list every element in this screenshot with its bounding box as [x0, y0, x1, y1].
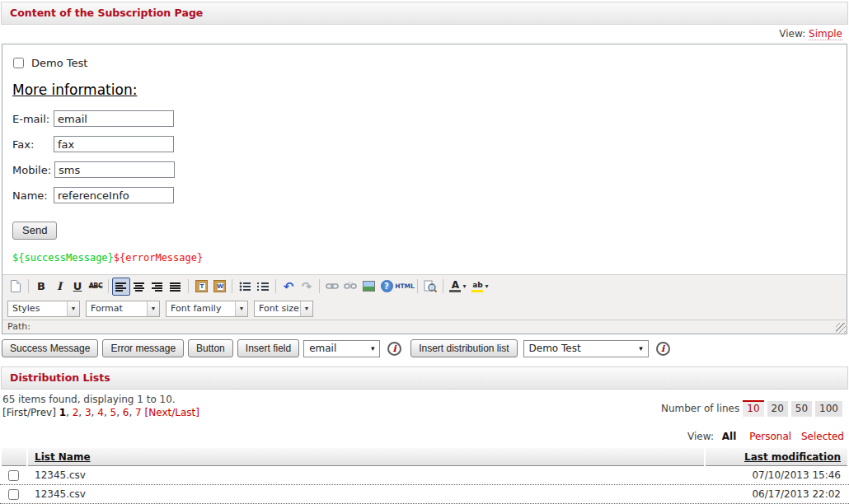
button-button[interactable]: Button	[188, 339, 233, 357]
format-select[interactable]: Format ▾	[86, 301, 160, 317]
fax-field-label: Fax:	[12, 138, 50, 151]
editor-toolbar: B I U ABC T W ↶ ↷	[2, 274, 847, 297]
align-center-button[interactable]	[130, 278, 148, 296]
toolbar-separator	[28, 279, 29, 293]
list-name-cell: 12345.csv	[26, 469, 707, 481]
chevron-down-icon: ▾	[366, 344, 379, 352]
font-color-button[interactable]: A ▾	[447, 278, 469, 296]
link-icon	[326, 282, 339, 290]
highlight-color-dropdown-arrow[interactable]: ▾	[485, 282, 488, 290]
bullet-list-button[interactable]	[236, 278, 254, 296]
number-of-lines-control: Number of lines 10 20 50 100	[661, 400, 842, 417]
subscription-page-editor: Demo Test More information: E-mail: Fax:…	[2, 44, 847, 334]
page-link-7[interactable]: 7	[135, 407, 142, 418]
list-info-icon[interactable]: i	[656, 342, 670, 356]
lines-option-20[interactable]: 20	[767, 401, 788, 417]
underline-button[interactable]: U	[68, 278, 87, 296]
last-modification-cell: 06/17/2013 22:02	[707, 488, 849, 500]
toolbar-separator	[275, 279, 276, 293]
view-personal-link[interactable]: Personal	[749, 431, 791, 442]
sort-by-name[interactable]: List Name	[35, 451, 91, 463]
toolbar-separator	[417, 279, 418, 293]
unlink-icon	[344, 282, 357, 291]
highlight-color-button[interactable]: ab ▾	[469, 278, 491, 296]
align-right-button[interactable]	[148, 278, 167, 296]
lines-option-10[interactable]: 10	[743, 400, 763, 417]
toolbar-separator	[108, 279, 109, 293]
view-all-selected[interactable]: All	[722, 431, 737, 442]
italic-button[interactable]: I	[50, 278, 68, 296]
image-icon	[363, 281, 375, 292]
demo-test-checkbox[interactable]	[13, 58, 24, 68]
edit-html-button[interactable]: HTML	[396, 278, 414, 296]
redo-button[interactable]: ↷	[298, 278, 316, 296]
remove-link-button[interactable]	[341, 278, 359, 296]
table-header-row: List Name Last modification	[0, 448, 849, 466]
sort-by-modification[interactable]: Last modification	[744, 451, 841, 463]
toolbar-separator	[443, 279, 443, 293]
align-justify-button[interactable]	[167, 278, 185, 296]
success-message-button[interactable]: Success Message	[2, 339, 98, 357]
list-name-cell: 12345.csv	[26, 488, 707, 500]
lines-option-50[interactable]: 50	[791, 401, 812, 417]
chevron-down-icon: ▾	[67, 301, 79, 316]
page-link-3[interactable]: 3	[85, 407, 91, 418]
align-center-icon	[134, 282, 145, 292]
number-of-lines-label: Number of lines	[661, 403, 739, 414]
underline-icon: U	[73, 280, 82, 292]
insert-image-button[interactable]	[359, 278, 378, 296]
page-link-4[interactable]: 4	[97, 407, 104, 418]
chevron-down-icon: ▾	[147, 301, 159, 316]
undo-button[interactable]: ↶	[279, 278, 298, 296]
paste-from-word-button[interactable]: W	[210, 278, 228, 296]
editor-resize-handle[interactable]	[836, 323, 846, 333]
distribution-list-select[interactable]: Demo Test ▾	[523, 340, 649, 357]
send-button[interactable]: Send	[12, 222, 57, 240]
field-info-icon[interactable]: i	[387, 342, 401, 356]
new-document-icon	[11, 280, 21, 292]
distribution-lists-title: Distribution Lists	[10, 371, 110, 384]
preview-button[interactable]	[421, 278, 439, 296]
help-button[interactable]: ?	[378, 278, 396, 296]
mobile-field[interactable]	[54, 161, 175, 178]
chevron-down-icon: ▾	[635, 344, 648, 352]
error-message-button[interactable]: Error message	[102, 339, 184, 357]
highlight-color-icon: ab	[471, 281, 483, 292]
fax-field[interactable]	[54, 136, 174, 152]
field-select[interactable]: email ▾	[303, 340, 380, 357]
success-message-token: ${successMessage}	[12, 252, 114, 264]
lines-option-100[interactable]: 100	[815, 401, 842, 417]
email-field-label: E-mail:	[12, 113, 50, 125]
view-simple-link[interactable]: Simple	[809, 28, 842, 40]
align-left-button[interactable]	[112, 278, 130, 296]
bold-icon: B	[37, 280, 45, 292]
editor-toolbar-selects: Styles ▾ Format ▾ Font family ▾ Font siz…	[2, 297, 847, 320]
insert-field-button[interactable]: Insert field	[237, 339, 299, 357]
insert-distribution-list-button[interactable]: Insert distribution list	[410, 339, 517, 357]
font-size-select[interactable]: Font size ▾	[254, 301, 313, 317]
view-selected-link[interactable]: Selected	[801, 431, 844, 442]
new-document-button[interactable]	[7, 278, 25, 296]
paste-as-text-button[interactable]: T	[192, 278, 210, 296]
row-checkbox[interactable]	[8, 470, 19, 481]
next-last-link[interactable]: [Next/Last]	[145, 407, 199, 418]
last-modification-cell: 07/10/2013 15:46	[707, 469, 849, 481]
bold-button[interactable]: B	[32, 278, 50, 296]
first-prev-label: [First/Prev]	[2, 407, 56, 418]
row-checkbox[interactable]	[8, 489, 19, 500]
numbered-list-button[interactable]	[254, 278, 272, 296]
font-family-select[interactable]: Font family ▾	[166, 301, 248, 317]
content-section-title: Content of the Subscription Page	[10, 7, 203, 19]
distribution-lists-header: Distribution Lists	[1, 366, 848, 390]
undo-icon: ↶	[284, 279, 294, 294]
name-field[interactable]	[54, 187, 174, 203]
message-tokens: ${successMessage}${errorMessage}	[12, 252, 203, 264]
email-field[interactable]	[54, 110, 174, 127]
insert-link-button[interactable]	[323, 278, 341, 296]
page-link-5[interactable]: 5	[110, 407, 117, 418]
strikethrough-button[interactable]: ABC	[87, 278, 105, 296]
editor-content-area[interactable]: Demo Test More information: E-mail: Fax:…	[2, 44, 847, 274]
table-row: 12345.csv 06/17/2013 22:02	[0, 485, 849, 504]
styles-select[interactable]: Styles ▾	[7, 301, 80, 317]
font-color-dropdown-arrow[interactable]: ▾	[462, 282, 466, 290]
